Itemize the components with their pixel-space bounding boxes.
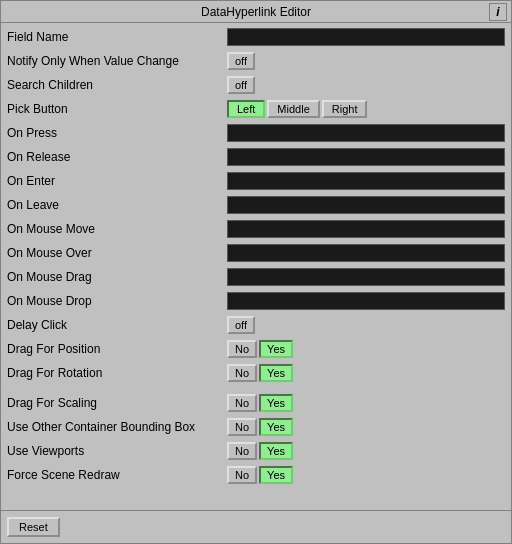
control-pick-button: Left Middle Right <box>227 100 505 118</box>
control-on-mouse-over <box>227 244 505 262</box>
datahyperlink-editor-window: DataHyperlink Editor i Field Name Notify… <box>0 0 512 544</box>
control-use-other-container: No Yes <box>227 418 505 436</box>
on-mouse-move-input[interactable] <box>227 220 505 238</box>
label-use-viewports: Use Viewports <box>7 444 227 458</box>
force-scene-redraw-yes[interactable]: Yes <box>259 466 293 484</box>
row-force-scene-redraw: Force Scene Redraw No Yes <box>3 463 509 487</box>
control-on-leave <box>227 196 505 214</box>
label-pick-button: Pick Button <box>7 102 227 116</box>
control-delay-click: off <box>227 316 505 334</box>
title-bar: DataHyperlink Editor i <box>1 1 511 23</box>
row-drag-for-position: Drag For Position No Yes <box>3 337 509 361</box>
label-on-enter: On Enter <box>7 174 227 188</box>
control-on-mouse-move <box>227 220 505 238</box>
label-on-leave: On Leave <box>7 198 227 212</box>
row-use-viewports: Use Viewports No Yes <box>3 439 509 463</box>
row-on-mouse-drag: On Mouse Drag <box>3 265 509 289</box>
control-on-mouse-drop <box>227 292 505 310</box>
row-delay-click: Delay Click off <box>3 313 509 337</box>
row-on-mouse-over: On Mouse Over <box>3 241 509 265</box>
drag-for-scaling-no[interactable]: No <box>227 394 257 412</box>
window-title: DataHyperlink Editor <box>23 5 489 19</box>
label-drag-for-position: Drag For Position <box>7 342 227 356</box>
footer: Reset <box>1 510 511 543</box>
label-drag-for-scaling: Drag For Scaling <box>7 396 227 410</box>
label-search-children: Search Children <box>7 78 227 92</box>
row-on-leave: On Leave <box>3 193 509 217</box>
drag-for-position-yes[interactable]: Yes <box>259 340 293 358</box>
on-mouse-drop-input[interactable] <box>227 292 505 310</box>
row-drag-for-scaling: Drag For Scaling No Yes <box>3 391 509 415</box>
control-drag-for-scaling: No Yes <box>227 394 505 412</box>
row-pick-button: Pick Button Left Middle Right <box>3 97 509 121</box>
row-on-press: On Press <box>3 121 509 145</box>
control-drag-for-rotation: No Yes <box>227 364 505 382</box>
control-on-mouse-drag <box>227 268 505 286</box>
delay-click-toggle[interactable]: off <box>227 316 255 334</box>
force-scene-redraw-no[interactable]: No <box>227 466 257 484</box>
pick-left-button[interactable]: Left <box>227 100 265 118</box>
info-button[interactable]: i <box>489 3 507 21</box>
use-other-container-yes[interactable]: Yes <box>259 418 293 436</box>
label-use-other-container: Use Other Container Bounding Box <box>7 420 227 434</box>
label-notify-only: Notify Only When Value Change <box>7 54 227 68</box>
control-notify-only: off <box>227 52 505 70</box>
use-viewports-yes[interactable]: Yes <box>259 442 293 460</box>
label-on-mouse-drop: On Mouse Drop <box>7 294 227 308</box>
row-on-enter: On Enter <box>3 169 509 193</box>
control-on-press <box>227 124 505 142</box>
row-field-name: Field Name <box>3 25 509 49</box>
on-mouse-drag-input[interactable] <box>227 268 505 286</box>
search-children-toggle[interactable]: off <box>227 76 255 94</box>
row-on-release: On Release <box>3 145 509 169</box>
drag-for-rotation-no[interactable]: No <box>227 364 257 382</box>
use-viewports-no[interactable]: No <box>227 442 257 460</box>
notify-only-toggle[interactable]: off <box>227 52 255 70</box>
row-notify-only: Notify Only When Value Change off <box>3 49 509 73</box>
on-leave-input[interactable] <box>227 196 505 214</box>
label-on-mouse-drag: On Mouse Drag <box>7 270 227 284</box>
label-force-scene-redraw: Force Scene Redraw <box>7 468 227 482</box>
row-on-mouse-move: On Mouse Move <box>3 217 509 241</box>
label-delay-click: Delay Click <box>7 318 227 332</box>
on-mouse-over-input[interactable] <box>227 244 505 262</box>
on-press-input[interactable] <box>227 124 505 142</box>
label-field-name: Field Name <box>7 30 227 44</box>
use-other-container-no[interactable]: No <box>227 418 257 436</box>
row-search-children: Search Children off <box>3 73 509 97</box>
reset-button[interactable]: Reset <box>7 517 60 537</box>
editor-content: Field Name Notify Only When Value Change… <box>1 23 511 510</box>
on-enter-input[interactable] <box>227 172 505 190</box>
control-on-enter <box>227 172 505 190</box>
control-drag-for-position: No Yes <box>227 340 505 358</box>
control-use-viewports: No Yes <box>227 442 505 460</box>
on-release-input[interactable] <box>227 148 505 166</box>
label-on-mouse-over: On Mouse Over <box>7 246 227 260</box>
control-field-name <box>227 28 505 46</box>
control-force-scene-redraw: No Yes <box>227 466 505 484</box>
row-use-other-container: Use Other Container Bounding Box No Yes <box>3 415 509 439</box>
pick-middle-button[interactable]: Middle <box>267 100 319 118</box>
label-on-mouse-move: On Mouse Move <box>7 222 227 236</box>
field-name-input[interactable] <box>227 28 505 46</box>
drag-for-rotation-yes[interactable]: Yes <box>259 364 293 382</box>
pick-right-button[interactable]: Right <box>322 100 368 118</box>
row-drag-for-rotation: Drag For Rotation No Yes <box>3 361 509 385</box>
control-search-children: off <box>227 76 505 94</box>
label-drag-for-rotation: Drag For Rotation <box>7 366 227 380</box>
row-on-mouse-drop: On Mouse Drop <box>3 289 509 313</box>
control-on-release <box>227 148 505 166</box>
label-on-release: On Release <box>7 150 227 164</box>
drag-for-position-no[interactable]: No <box>227 340 257 358</box>
label-on-press: On Press <box>7 126 227 140</box>
drag-for-scaling-yes[interactable]: Yes <box>259 394 293 412</box>
